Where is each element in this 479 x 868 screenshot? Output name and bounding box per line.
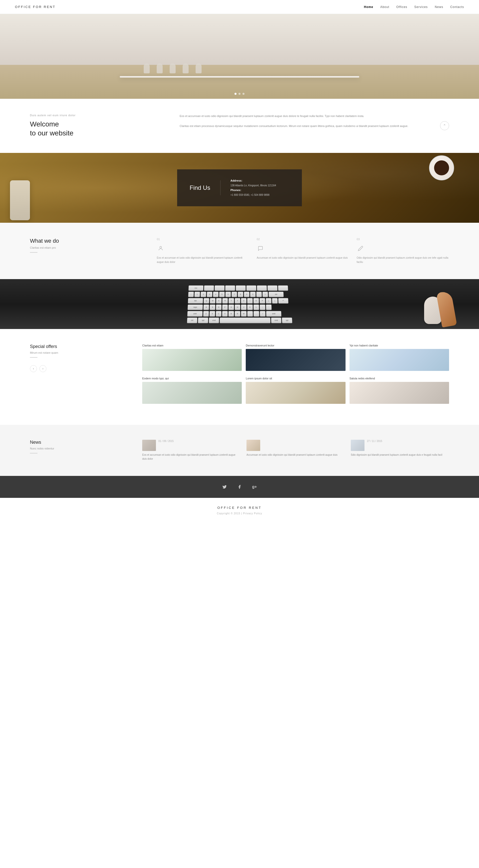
offer-5-image[interactable]	[246, 382, 345, 404]
offer-1-title: Claritas est etiam	[142, 344, 242, 347]
offer-4-image[interactable]	[142, 382, 242, 404]
nav-contacts[interactable]: Contacts	[450, 5, 464, 9]
news-3-thumbnail[interactable]	[351, 440, 364, 451]
offer-3-image[interactable]	[350, 349, 449, 371]
welcome-section: Duis autem vel eum iriure dolor Welcome …	[0, 99, 479, 153]
kb-row-2: ~ 1 2 3 4 5 6 7 8 9 0 - = del	[188, 292, 291, 297]
offers-subtitle: Mirum est notare quam	[30, 351, 132, 354]
logo: OFFICE FOR RENT	[15, 5, 56, 9]
chat-icon	[257, 245, 264, 252]
what-we-do-section: What we do Claritas est etiam pro 01 Eos…	[0, 223, 479, 279]
offer-item-3: Ypi non habent claritate	[350, 344, 449, 371]
what-item-1: 01 Eos et accumsan et iusto odio digniss…	[157, 238, 249, 264]
offer-1-image[interactable]	[142, 349, 242, 371]
what-we-do-items: 01 Eos et accumsan et iusto odio digniss…	[157, 238, 449, 264]
offer-6-title: Saluta nebis eleifend	[350, 377, 449, 380]
hero-background	[0, 14, 479, 99]
news-1-date: 01 / 09 / 2015	[158, 440, 174, 442]
kb-row-3: tab Q W E R T Y U I O P [ ] ↵	[188, 298, 291, 304]
find-us-section: Find Us Address: 138 Atlantis Ln, Kingsp…	[0, 153, 479, 223]
kb-row-5: shift Z X C V B N M , . / shift	[187, 311, 292, 316]
news-3-thumb-row: 27 / 11 / 2015	[351, 440, 449, 451]
welcome-label: Duis autem vel eum iriure dolor	[30, 114, 164, 117]
offer-item-5: Lorem ipsum dolor sit	[246, 377, 345, 404]
news-2-thumb-row	[246, 440, 345, 451]
nav-offices[interactable]: Offices	[396, 5, 407, 9]
welcome-title: Welcome to our website	[30, 120, 164, 138]
what-we-do-left: What we do Claritas est etiam pro	[30, 238, 147, 264]
news-3-text: Sdio dignissim qui blandit praesent lupt…	[351, 453, 449, 457]
coffee-decoration	[429, 155, 459, 185]
what-we-do-line	[30, 252, 37, 253]
news-subtitle: Nunc nobis videntur	[30, 447, 132, 450]
find-us-title: Find Us	[189, 184, 210, 191]
what-item-3-text: Odio dignissim qui blandit praesent lupt…	[357, 256, 449, 264]
hero-dot-2[interactable]	[239, 93, 240, 95]
nav-about[interactable]: About	[380, 5, 389, 9]
news-item-2: Accumsan et iusto odio dignissim qui bla…	[246, 440, 345, 461]
hero-dot-3[interactable]	[242, 93, 244, 95]
offers-row-1: Claritas est etiam Demonstraverunt lecto…	[142, 344, 449, 371]
offers-grid: Claritas est etiam Demonstraverunt lecto…	[142, 344, 449, 410]
keyboard-visual: esc ~ 1 2 3 4 5 6 7 8 9 0 - = del	[187, 285, 292, 323]
news-line	[30, 453, 37, 454]
what-item-2: 02 Accumsan et iusto odio dignissim qui …	[257, 238, 349, 264]
hero-dot-1[interactable]	[235, 93, 237, 95]
footer-logo: OFFICE FOR RENT	[8, 506, 471, 509]
what-item-1-num: 01	[157, 238, 249, 241]
footer-bottom: OFFICE FOR RENT Copyright © 2015 | Priva…	[0, 498, 479, 523]
offer-4-title: Eodem modo typi, qui	[142, 377, 242, 380]
twitter-icon[interactable]	[220, 483, 229, 491]
offers-line	[30, 357, 37, 358]
news-3-meta: 27 / 11 / 2015	[367, 440, 382, 443]
nav-news[interactable]: News	[435, 5, 443, 9]
what-item-2-num: 02	[257, 238, 349, 241]
keyboard-banner: esc ~ 1 2 3 4 5 6 7 8 9 0 - = del	[0, 279, 479, 329]
news-1-thumb-row: 01 / 09 / 2015	[142, 440, 240, 451]
kb-row-6: ctrl opt cmd cmd opt	[187, 317, 292, 323]
offer-6-image[interactable]	[350, 382, 449, 404]
what-item-3: 03 Odio dignissim qui blandit praesent l…	[357, 238, 449, 264]
what-we-do-title: What we do	[30, 238, 147, 244]
welcome-text-1: Eos et accumsan et iusto odio dignissim …	[180, 114, 449, 119]
offer-item-1: Claritas est etiam	[142, 344, 242, 371]
hero-section	[0, 14, 479, 99]
news-item-3: 27 / 11 / 2015 Sdio dignissim qui blandi…	[351, 440, 449, 461]
what-item-1-text: Eos et accumsan et iusto odio dignissim …	[157, 256, 249, 264]
offer-3-title: Ypi non habent claritate	[350, 344, 449, 347]
news-1-text: Eos et accumsan et iusto odio dignissim …	[142, 453, 240, 461]
offer-5-title: Lorem ipsum dolor sit	[246, 377, 345, 380]
news-3-date: 27 / 11 / 2015	[367, 440, 382, 442]
offer-2-image[interactable]	[246, 349, 345, 371]
news-left: News Nunc nobis videntur	[30, 440, 132, 461]
news-1-meta: 01 / 09 / 2015	[158, 440, 174, 443]
news-item-1: 01 / 09 / 2015 Eos et accumsan et iusto …	[142, 440, 240, 461]
news-title: News	[30, 440, 132, 445]
find-us-card: Find Us Address: 138 Atlantis Ln, Kingsp…	[177, 169, 302, 206]
find-us-info: Address: 138 Atlantis Ln, Kingsport, Ill…	[231, 178, 276, 197]
news-1-thumbnail[interactable]	[142, 440, 156, 451]
offer-item-4: Eodem modo typi, qui	[142, 377, 242, 404]
offers-next-button[interactable]: ›	[39, 365, 47, 372]
welcome-right: Eos et accumsan et iusto odio dignissim …	[180, 114, 449, 134]
offer-item-2: Demonstraverunt lector	[246, 344, 345, 371]
nav-home[interactable]: Home	[364, 5, 373, 9]
what-item-3-num: 03	[357, 238, 449, 241]
mouse-hand	[419, 284, 459, 329]
nav-services[interactable]: Services	[414, 5, 428, 9]
header: OFFICE FOR RENT Home About Offices Servi…	[0, 0, 479, 14]
facebook-icon[interactable]	[236, 483, 243, 491]
scroll-up-button[interactable]: ⌃	[440, 121, 449, 130]
person-icon	[157, 245, 164, 252]
news-items: 01 / 09 / 2015 Eos et accumsan et iusto …	[142, 440, 449, 461]
what-we-do-subtitle: Claritas est etiam pro	[30, 246, 147, 249]
footer-copyright: Copyright © 2015 | Privacy Policy	[8, 512, 471, 515]
google-plus-icon[interactable]: g+	[250, 483, 259, 491]
kb-row-1: esc	[188, 285, 291, 290]
offers-prev-button[interactable]: ‹	[30, 365, 37, 372]
offers-arrows: ‹ ›	[30, 365, 132, 372]
nav: Home About Offices Services News Contact…	[364, 5, 464, 9]
svg-point-0	[160, 246, 161, 248]
welcome-left: Duis autem vel eum iriure dolor Welcome …	[30, 114, 164, 138]
news-2-thumbnail[interactable]	[246, 440, 260, 451]
